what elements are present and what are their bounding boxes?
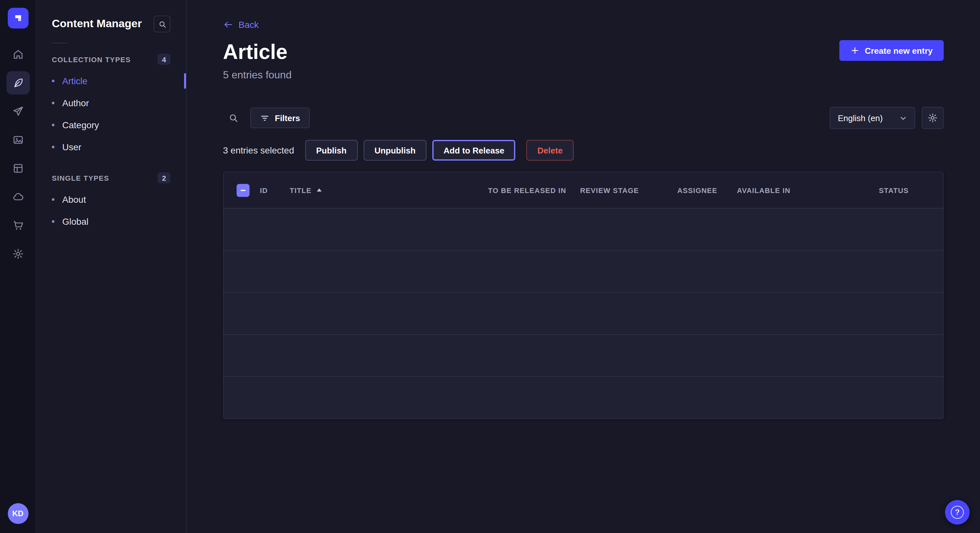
content-type-builder-icon [12,163,24,174]
column-header-available-in: AVAILABLE IN [737,186,879,194]
list-toolbar: Filters English (en) [223,107,944,129]
select-all-cell [224,184,260,197]
section-label: COLLECTION TYPES [52,56,131,63]
nav-home-button[interactable] [6,43,30,66]
collection-types-list: Article Author Category User [36,70,186,158]
publish-label: Publish [316,145,347,155]
table-row[interactable]: 4 Beautiful picture - To do - English (e… [224,250,943,292]
search-icon [228,113,239,123]
bullet-icon [52,102,54,104]
content-manager-pen-icon [12,77,24,89]
question-mark-icon: ? [951,506,964,519]
cloud-icon [12,191,24,203]
cell-review-stage: Reviewed [580,377,944,419]
main-nav-rail: KD [0,0,36,533]
table-row[interactable]: 1 The internet's Own boy - To do - Engli… [224,292,943,334]
nav-releases-button[interactable] [6,100,30,123]
arrow-left-icon [223,19,233,30]
home-icon [12,49,24,60]
bullet-icon [52,124,54,126]
publish-button[interactable]: Publish [305,140,358,160]
column-header-assignee: ASSIGNEE [677,186,737,194]
locale-select-value: English (en) [838,113,883,123]
column-header-status: STATUS [879,186,943,194]
nav-media-library-button[interactable] [6,128,30,152]
single-types-header: SINGLE TYPES 2 [36,172,186,183]
strapi-admin-app: KD Content Manager COLLECTION TYPES 4 Ar… [0,0,980,533]
filter-icon [260,113,270,123]
nav-content-manager-button[interactable] [6,71,30,95]
filters-button[interactable]: Filters [250,108,310,128]
collection-types-count-badge: 4 [158,54,170,65]
media-library-icon [12,134,24,146]
locale-select[interactable]: English (en) [829,107,915,129]
indeterminate-dash-icon [239,186,247,194]
sort-ascending-caret-up-icon [315,187,323,194]
toolbar-left: Filters [223,108,310,128]
table-row[interactable]: 5 What's inside a Black Hole 1 release R… [224,376,943,418]
user-avatar[interactable]: KD [8,503,28,524]
sidebar-search-button[interactable] [154,16,170,32]
nav-deploy-button[interactable] [6,185,30,209]
add-to-release-label: Add to Release [443,145,504,155]
bullet-icon [52,146,54,148]
sidebar-header: Content Manager [36,16,186,32]
sidebar-item-author[interactable]: Author [36,92,186,114]
add-to-release-button[interactable]: Add to Release [432,140,515,160]
selection-count: 3 entries selected [223,145,294,155]
main-content: Back Article Create new entry 5 entries … [187,0,980,533]
content-manager-sidebar: Content Manager COLLECTION TYPES 4 Artic… [36,0,187,533]
view-settings-button[interactable] [922,107,944,129]
sidebar-item-category[interactable]: Category [36,114,186,136]
paper-plane-icon [12,106,24,117]
sidebar-item-global[interactable]: Global [36,211,186,233]
search-button[interactable] [223,108,244,128]
section-label: SINGLE TYPES [52,174,109,182]
selection-actions-bar: 3 entries selected Publish Unpublish Add… [223,140,944,160]
column-header-id: ID [260,186,290,194]
nav-marketplace-button[interactable] [6,214,30,237]
settings-gear-icon [12,248,24,260]
create-new-entry-label: Create new entry [865,46,933,56]
column-header-review-stage: REVIEW STAGE [580,186,677,194]
sidebar-item-label: About [62,194,86,205]
strapi-logo-glyph [12,12,24,24]
column-header-to-be-released-in: TO BE RELEASED IN [488,186,580,194]
sidebar-divider [52,43,67,43]
sidebar-item-label: Category [62,120,99,130]
sidebar-item-user[interactable]: User [36,136,186,158]
sidebar-title: Content Manager [52,17,142,30]
marketplace-cart-icon [12,219,24,231]
column-header-title-label: TITLE [290,186,312,194]
help-button[interactable]: ? [945,500,970,525]
table-row[interactable]: 2 This shrimp is awesome 1 release Revie… [224,334,943,376]
sidebar-item-label: Author [62,98,89,108]
sidebar-item-about[interactable]: About [36,189,186,211]
sidebar-item-article[interactable]: Article [36,70,186,92]
stage: KD Content Manager COLLECTION TYPES 4 Ar… [0,0,980,533]
nav-content-type-builder-button[interactable] [6,157,30,180]
back-link[interactable]: Back [223,19,259,30]
delete-button[interactable]: Delete [526,140,574,160]
unpublish-label: Unpublish [374,145,415,155]
column-header-title[interactable]: TITLE [290,186,488,194]
page-header: Article Create new entry [223,40,944,63]
bullet-icon [52,80,54,82]
search-icon [158,20,166,28]
create-new-entry-button[interactable]: Create new entry [839,40,944,61]
back-label: Back [239,19,259,30]
sidebar-item-label: Global [62,216,89,227]
filters-label: Filters [275,113,300,123]
delete-label: Delete [537,145,563,155]
collection-types-header: COLLECTION TYPES 4 [36,54,186,65]
gear-icon [928,113,938,123]
strapi-logo[interactable] [8,8,28,29]
nav-settings-button[interactable] [6,242,30,265]
entries-found-subtitle: 5 entries found [223,69,944,81]
table-row[interactable]: 3 A bug is becoming a meme on the intern… [224,208,943,250]
entries-table: ID TITLE TO BE RELEASED IN REVIEW STAGE … [223,171,944,419]
select-all-checkbox[interactable] [237,184,250,197]
page-title: Article [223,40,288,63]
sidebar-item-label: User [62,142,81,152]
unpublish-button[interactable]: Unpublish [363,140,426,160]
